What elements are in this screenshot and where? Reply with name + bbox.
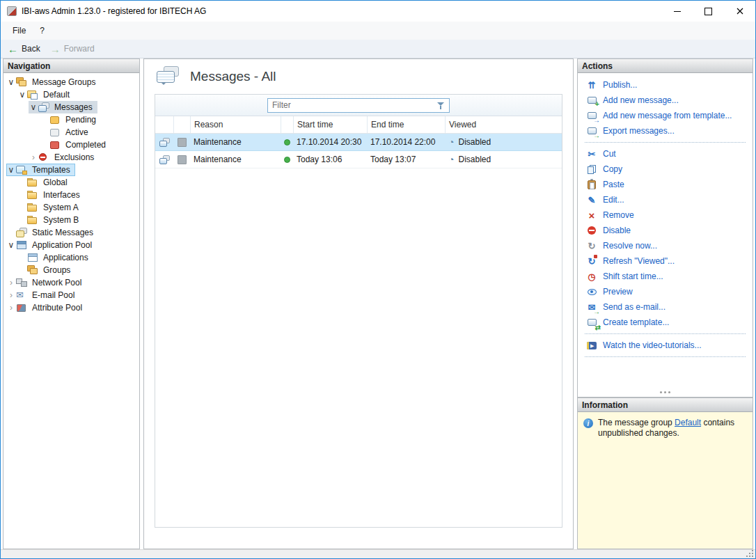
completed-icon [49,140,61,150]
info-icon [583,418,593,428]
sidebar-item-email-pool[interactable]: › E-mail Pool [6,289,79,301]
sidebar-item-application-pool[interactable]: ∨ Application Pool [6,239,97,251]
messages-icon [38,102,49,112]
column-start-time[interactable]: Start time [293,116,367,133]
action-resolve-now[interactable]: ↻ Resolve now... [578,238,753,253]
action-disable[interactable]: Disable [578,223,753,238]
chevron-right-icon[interactable]: › [6,304,16,312]
sidebar-item-exclusions[interactable]: › Exclusions [29,151,99,164]
chevron-down-icon[interactable]: ∨ [29,103,38,111]
action-remove[interactable]: × Remove [578,207,753,223]
menu-help[interactable]: ? [33,24,51,38]
column-end-time[interactable]: End time [367,116,445,133]
column-reason[interactable]: Reason [190,116,281,133]
add-message-icon: + [586,95,597,106]
back-button[interactable]: ← Back [8,44,40,54]
table-row[interactable]: Maintenance Today 13:06 Today 13:07 ◔Dis… [155,151,562,168]
sidebar-item-default[interactable]: ∨ Default [17,88,74,101]
chevron-down-icon[interactable]: ∨ [17,90,27,99]
chevron-down-icon[interactable]: ∨ [6,166,16,174]
viewed-disabled-icon: ◔ [448,155,454,164]
sidebar-item-groups[interactable]: › Groups [17,264,75,276]
title-bar: IBI-aws Admin 1.23.0 - registered for IB… [1,1,755,22]
attribute-pool-icon [16,303,27,313]
sidebar-item-system-b[interactable]: › System B [17,214,84,226]
cell-end-time: 17.10.2014 22:00 [367,137,445,147]
action-export-messages[interactable]: → Export messages... [578,123,753,139]
folder-icon [27,178,38,187]
action-add-new-message[interactable]: + Add new message... [578,93,753,108]
sidebar-item-label: Static Messages [30,227,95,238]
actions-separator [585,356,746,357]
sidebar-item-applications[interactable]: › Applications [17,251,93,264]
sidebar-item-pending[interactable]: › Pending [40,113,101,126]
forward-button[interactable]: → Forward [50,44,95,54]
page-title: Messages - All [190,69,276,84]
action-add-from-template[interactable]: → Add new message from template... [578,108,753,123]
chevron-right-icon[interactable]: › [29,153,38,162]
table-row[interactable]: Maintenance 17.10.2014 20:30 17.10.2014 … [155,134,562,151]
chevron-down-icon[interactable]: ∨ [6,78,16,86]
filter-box [267,98,450,113]
sidebar-item-completed[interactable]: › Completed [40,139,111,151]
preview-icon [586,287,597,297]
sidebar-item-label: System A [41,202,81,213]
table-empty-area [155,168,562,527]
sidebar-item-global[interactable]: › Global [17,176,72,189]
column-status[interactable] [281,116,293,133]
action-publish[interactable]: ⇈ Publish... [578,77,753,93]
action-refresh-viewed[interactable]: ↻ Refresh "Viewed"... [578,253,753,269]
minimize-button[interactable] [661,1,693,22]
window-title: IBI-aws Admin 1.23.0 - registered for IB… [22,6,206,16]
sidebar-item-active[interactable]: › Active [40,126,93,139]
sidebar-item-label: Completed [63,139,108,150]
sidebar-item-label: Message Groups [30,77,97,88]
action-preview[interactable]: Preview [578,284,753,299]
sidebar-item-network-pool[interactable]: › Network Pool [6,276,86,289]
action-paste[interactable]: Paste [578,177,753,192]
close-button[interactable] [724,1,755,22]
sidebar-item-message-groups[interactable]: ∨ Message Groups [6,76,100,88]
cell-end-time: Today 13:07 [367,155,445,164]
action-shift-start-time[interactable]: ◷ Shift start time... [578,269,753,284]
sidebar-item-templates[interactable]: ∨ Templates [6,164,75,176]
maximize-button[interactable] [693,1,724,22]
sidebar-item-label: Pending [63,114,98,125]
action-create-template[interactable]: ⇄ Create template... [578,315,753,330]
chevron-right-icon[interactable]: › [6,291,16,299]
messages-panel: Messages - All Reason Start time End tim… [143,58,574,549]
sidebar-item-interfaces[interactable]: › Interfaces [17,189,85,201]
back-arrow-icon: ← [8,44,18,54]
folder-icon [27,203,38,212]
action-send-as-email[interactable]: ✉→ Send as e-mail... [578,299,753,315]
column-state-icon[interactable] [173,116,190,133]
action-cut[interactable]: ✂ Cut [578,146,753,162]
active-icon [49,127,61,137]
default-group-link[interactable]: Default [675,418,701,427]
column-viewed[interactable]: Viewed [445,116,562,133]
resize-grip[interactable] [746,550,753,557]
sidebar-item-messages[interactable]: ∨ Messages [29,101,97,113]
maximize-icon [704,8,712,15]
splitter-handle[interactable] [578,388,753,397]
filter-icon[interactable] [437,102,446,110]
action-copy[interactable]: Copy [578,162,753,177]
cell-reason: Maintenance [190,137,281,147]
sidebar-item-attribute-pool[interactable]: › Attribute Pool [6,301,87,314]
chevron-down-icon[interactable]: ∨ [6,241,16,249]
menu-file[interactable]: File [6,24,32,38]
sidebar-item-static-messages[interactable]: › Static Messages [6,226,98,239]
filter-input[interactable] [267,98,450,113]
sidebar-item-system-a[interactable]: › System A [17,201,84,214]
messages-list-container: Reason Start time End time Viewed Mainte… [155,94,562,528]
action-edit[interactable]: ✎ Edit... [578,192,753,207]
folder-icon [27,190,38,200]
sidebar-item-label: Groups [41,265,72,276]
chevron-right-icon[interactable]: › [6,278,16,287]
app-window: IBI-aws Admin 1.23.0 - registered for IB… [0,0,756,559]
action-video-tutorials[interactable]: Watch the video-tutorials... [578,338,753,353]
column-message-icon[interactable] [155,116,173,133]
actions-separator [585,333,746,334]
table-header: Reason Start time End time Viewed [155,116,562,134]
sidebar-item-label: Interfaces [41,189,82,200]
